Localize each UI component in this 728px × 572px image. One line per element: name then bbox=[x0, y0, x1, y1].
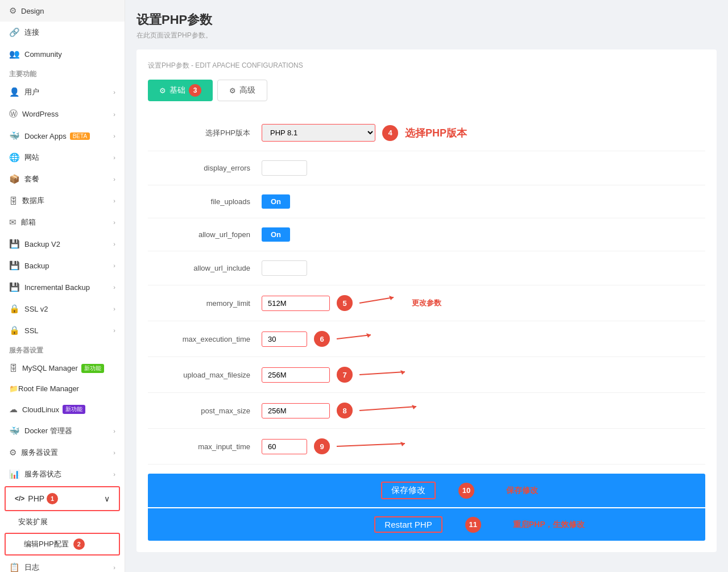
sidebar-sub-item-install-ext[interactable]: 安装扩展 bbox=[0, 512, 125, 532]
sidebar-item-label: SSL v2 bbox=[24, 305, 48, 313]
arrow-8 bbox=[359, 402, 428, 419]
sidebar-item-server-settings[interactable]: ⚙ 服务器设置 › bbox=[0, 442, 125, 463]
circle-badge-4: 4 bbox=[382, 125, 398, 141]
display-errors-input[interactable] bbox=[262, 160, 307, 176]
post-max-size-control: 8 bbox=[262, 402, 705, 419]
memory-limit-control: 5 更改参数 bbox=[262, 295, 705, 312]
form-row-max-input-time: max_input_time 9 bbox=[148, 429, 705, 465]
sidebar-item-ssl[interactable]: 🔒 SSL › bbox=[0, 320, 125, 341]
max-input-time-input[interactable] bbox=[262, 439, 307, 454]
form-row-memory-limit: memory_limit 5 更改参数 bbox=[148, 285, 705, 321]
sidebar-item-label: 日志 bbox=[24, 562, 39, 572]
gear-advanced-icon: ⚙ bbox=[229, 86, 236, 95]
sidebar-item-php[interactable]: </> PHP 1 ∨ bbox=[5, 486, 120, 511]
save-button[interactable]: 保存修改 10 保存修改 bbox=[148, 474, 705, 507]
sidebar-sub-label: 编辑PHP配置 bbox=[24, 539, 69, 549]
tab-basic[interactable]: ⚙ 基础 3 bbox=[148, 80, 213, 101]
website-icon: 🌐 bbox=[9, 152, 20, 163]
sidebar-item-website[interactable]: 🌐 网站 › bbox=[0, 147, 125, 168]
form-row-allow-url-include: allow_url_include bbox=[148, 251, 705, 285]
sidebar-item-backup-v2[interactable]: 💾 Backup V2 › bbox=[0, 233, 125, 255]
chevron-right-icon: › bbox=[113, 449, 115, 456]
sidebar-item-root-file-manager[interactable]: 📁 Root File Manager bbox=[0, 379, 125, 399]
max-input-time-label: max_input_time bbox=[148, 442, 262, 451]
max-execution-time-input[interactable] bbox=[262, 331, 307, 347]
sidebar-item-wordpress[interactable]: Ⓦ WordPress › bbox=[0, 103, 125, 125]
sidebar-item-community[interactable]: 👥 Community bbox=[0, 43, 125, 65]
sidebar-item-label: 套餐 bbox=[24, 174, 39, 184]
sidebar-item-users[interactable]: 👤 用户 › bbox=[0, 81, 125, 103]
sidebar-item-packages[interactable]: 📦 套餐 › bbox=[0, 168, 125, 190]
max-execution-time-label: max_execution_time bbox=[148, 335, 262, 343]
sidebar-item-label: Backup bbox=[24, 262, 49, 270]
allow-url-fopen-label: allow_url_fopen bbox=[148, 230, 262, 239]
sidebar-item-backup[interactable]: 💾 Backup › bbox=[0, 255, 125, 276]
sidebar-item-label: 服务器状态 bbox=[24, 469, 61, 479]
sidebar-item-docker-apps[interactable]: 🐳 Docker Apps BETA › bbox=[0, 125, 125, 147]
packages-icon: 📦 bbox=[9, 174, 20, 184]
chevron-right-icon: › bbox=[113, 564, 115, 571]
circle-badge-5: 5 bbox=[337, 295, 353, 311]
tab-advanced[interactable]: ⚙ 高级 bbox=[217, 80, 267, 101]
backup-v2-icon: 💾 bbox=[9, 239, 20, 249]
sidebar-sub-item-edit-php-config[interactable]: 编辑PHP配置 2 bbox=[5, 533, 120, 556]
allow-url-include-input[interactable] bbox=[262, 260, 307, 276]
sidebar-item-mysql-manager[interactable]: 🗄 MySQL Manager 新功能 bbox=[0, 358, 125, 379]
memory-limit-input[interactable] bbox=[262, 296, 330, 311]
svg-line-2 bbox=[337, 335, 371, 339]
circle-badge-6: 6 bbox=[314, 331, 330, 347]
php-version-select[interactable]: PHP 8.1 PHP 8.0 PHP 7.4 bbox=[262, 124, 375, 142]
allow-url-fopen-toggle[interactable]: On bbox=[262, 227, 290, 242]
restart-button[interactable]: Restart PHP 11 重启PHP，生效修改 bbox=[148, 508, 705, 541]
chevron-right-icon: › bbox=[113, 305, 115, 312]
chevron-right-icon: › bbox=[113, 132, 115, 139]
chevron-right-icon: › bbox=[113, 176, 115, 183]
file-uploads-label: file_uploads bbox=[148, 197, 262, 206]
sidebar-item-logs[interactable]: 📋 日志 › bbox=[0, 557, 125, 572]
svg-line-0 bbox=[359, 297, 394, 303]
sidebar-item-database[interactable]: 🗄 数据库 › bbox=[0, 190, 125, 212]
chevron-right-icon: › bbox=[113, 241, 115, 247]
chevron-right-icon: › bbox=[113, 284, 115, 291]
beta-badge: BETA bbox=[70, 132, 90, 140]
svg-line-8 bbox=[337, 443, 405, 446]
sidebar-item-label: WordPress bbox=[22, 110, 59, 118]
logs-icon: 📋 bbox=[9, 562, 20, 572]
mail-icon: ✉ bbox=[9, 217, 16, 227]
ssl-v2-icon: 🔒 bbox=[9, 304, 20, 314]
allow-url-include-label: allow_url_include bbox=[148, 264, 262, 272]
docker-icon: 🐳 bbox=[9, 131, 20, 141]
ssl-icon: 🔒 bbox=[9, 325, 20, 335]
chevron-right-icon: › bbox=[113, 197, 115, 204]
cloudlinux-icon: ☁ bbox=[9, 404, 18, 415]
sidebar-item-server-status[interactable]: 📊 服务器状态 › bbox=[0, 463, 125, 485]
sidebar-item-incremental-backup[interactable]: 💾 Incremental Backup › bbox=[0, 276, 125, 298]
form-row-upload-max-filesize: upload_max_filesize 7 bbox=[148, 357, 705, 393]
gear-icon: ⚙ bbox=[159, 86, 166, 95]
design-icon: ⚙ bbox=[9, 6, 16, 16]
chevron-right-icon: › bbox=[113, 262, 115, 269]
sidebar-item-ssl-v2[interactable]: 🔒 SSL v2 › bbox=[0, 298, 125, 320]
save-button-label: 保存修改 bbox=[381, 482, 436, 499]
circle-badge-3: 3 bbox=[189, 84, 201, 97]
upload-max-filesize-input[interactable] bbox=[262, 367, 330, 383]
sidebar-item-docker-manager[interactable]: 🐳 Docker 管理器 › bbox=[0, 420, 125, 442]
main-content: 设置PHP参数 在此页面设置PHP参数。 设置PHP参数 - EDIT APAC… bbox=[125, 0, 728, 572]
sidebar-item-design[interactable]: ⚙ Design bbox=[0, 0, 125, 22]
svg-line-4 bbox=[359, 372, 405, 375]
new-badge: 新功能 bbox=[81, 364, 104, 373]
sidebar-item-label: Root File Manager bbox=[18, 384, 79, 393]
sidebar-item-cloudlinux[interactable]: ☁ CloudLinux 新功能 bbox=[0, 399, 125, 420]
sidebar-item-mail[interactable]: ✉ 邮箱 › bbox=[0, 212, 125, 233]
chevron-right-icon: › bbox=[113, 327, 115, 334]
post-max-size-input[interactable] bbox=[262, 403, 330, 418]
sidebar-item-connect[interactable]: 🔗 连接 bbox=[0, 22, 125, 43]
chevron-down-icon: ∨ bbox=[104, 494, 110, 503]
content-box: 设置PHP参数 - EDIT APACHE CONFIGURATIONS ⚙ 基… bbox=[136, 49, 717, 552]
users-icon: 👤 bbox=[9, 87, 20, 97]
file-uploads-toggle[interactable]: On bbox=[262, 194, 290, 209]
database-icon: 🗄 bbox=[9, 196, 18, 206]
php-version-control: PHP 8.1 PHP 8.0 PHP 7.4 4 选择PHP版本 bbox=[262, 124, 705, 142]
sidebar-item-label: Design bbox=[21, 7, 44, 15]
change-params-annotation-5: 更改参数 bbox=[412, 298, 441, 308]
